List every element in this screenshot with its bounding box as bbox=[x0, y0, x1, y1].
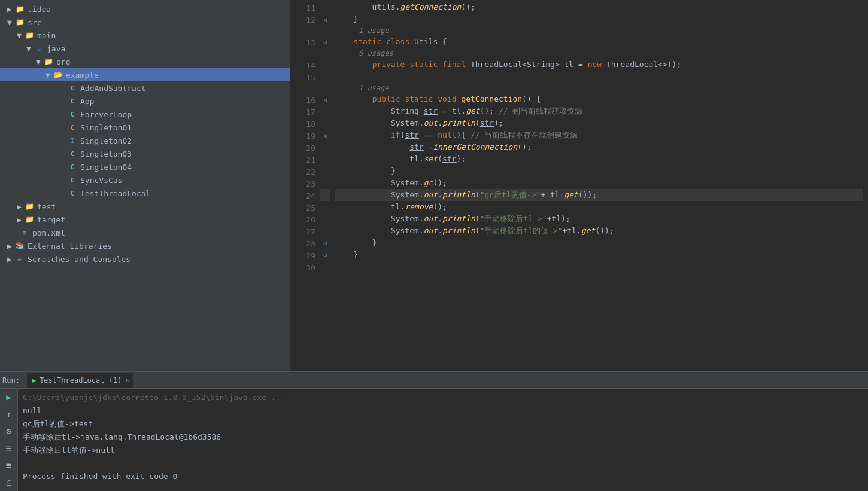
tree-label-target: target bbox=[37, 215, 65, 224]
class-icon-testthreadlocal: C bbox=[67, 188, 78, 199]
tree-item-singleton03[interactable]: C Singleton03 bbox=[0, 147, 290, 160]
tree-label-pom: pom.xml bbox=[32, 228, 65, 237]
tree-label-example: example bbox=[66, 71, 99, 80]
tree-arrow-test[interactable]: ▶ bbox=[14, 202, 24, 211]
tree-item-external[interactable]: ▶ 📚 External Libraries bbox=[0, 239, 290, 252]
code-line-26: System.out.println("手动移除后tl->"+tl); bbox=[335, 213, 863, 225]
tree-item-src[interactable]: ▼ 📁 src bbox=[0, 16, 290, 29]
console-line-null: null bbox=[23, 404, 863, 417]
tree-arrow-idea[interactable]: ▶ bbox=[5, 5, 14, 14]
tree-item-foreverloop[interactable]: C ForeverLoop bbox=[0, 108, 290, 121]
code-scroll[interactable]: 11 12 13 14 15 16 17 18 19 20 21 22 23 bbox=[290, 0, 868, 371]
tree-item-singleton04[interactable]: C Singleton04 bbox=[0, 160, 290, 173]
class-icon-singleton02: I bbox=[67, 135, 78, 146]
tree-arrow-src[interactable]: ▼ bbox=[5, 18, 14, 27]
tree-arrow-external[interactable]: ▶ bbox=[5, 242, 14, 251]
tree-item-example[interactable]: ▼ 📂 example bbox=[0, 68, 290, 81]
code-line-18: System.out.println(str); bbox=[335, 117, 863, 129]
code-line-14: private static final ThreadLocal<String>… bbox=[335, 59, 863, 71]
folder-icon: 📁 bbox=[14, 4, 25, 14]
tree-label-addandsubtract: AddAndSubtract bbox=[80, 84, 146, 93]
panel-toolbar: ▶ ↑ ⚙ ≡ ≡ 🖨 bbox=[0, 389, 18, 491]
console-output: C:\Users\yuanje\jdks\corretto-1.8.0_352\… bbox=[18, 389, 868, 491]
tree-item-addandsubtract[interactable]: C AddAndSubtract bbox=[0, 81, 290, 94]
panel-tabs: Run: ▶ TestThreadLocal (1) × bbox=[0, 372, 868, 389]
tree-item-scratches[interactable]: ▶ ✏ Scratches and Consoles bbox=[0, 252, 290, 266]
code-line-30 bbox=[335, 261, 863, 273]
console-line-remove: 手动移除后tl->java.lang.ThreadLocal@1b6d3586 bbox=[23, 431, 863, 444]
console-line-null2: 手动移除后tl的值->null bbox=[23, 444, 863, 457]
line-numbers: 11 12 13 14 15 16 17 18 19 20 21 22 23 bbox=[290, 0, 320, 371]
code-line-28: } bbox=[335, 237, 863, 249]
tree-item-singleton02[interactable]: I Singleton02 bbox=[0, 134, 290, 147]
tree-label-singleton04: Singleton04 bbox=[80, 163, 132, 172]
tree-label-scratches: Scratches and Consoles bbox=[28, 255, 130, 264]
tree-label-main: main bbox=[37, 31, 56, 40]
code-line-17: String str = tl.get(); // 到当前线程获取资源 bbox=[335, 105, 863, 117]
tree-label-src: src bbox=[28, 18, 41, 27]
run-button[interactable]: ▶ bbox=[2, 391, 16, 404]
tree-item-main[interactable]: ▼ 📁 main bbox=[0, 29, 290, 42]
scroll-down-button[interactable]: ≡ bbox=[2, 443, 16, 455]
stop-button[interactable]: ↑ bbox=[2, 408, 16, 421]
folder-icon: 📁 bbox=[24, 30, 35, 41]
settings-button[interactable]: ⚙ bbox=[2, 425, 16, 438]
tree-item-syncvscas[interactable]: C SyncVsCas bbox=[0, 173, 290, 187]
tree-item-test[interactable]: ▶ 📁 test bbox=[0, 200, 290, 213]
print-button[interactable]: 🖨 bbox=[2, 477, 16, 489]
tree-item-testthreadlocal[interactable]: C TestThreadLocal bbox=[0, 187, 290, 200]
tree-label-test: test bbox=[37, 202, 56, 211]
class-icon-singleton04: C bbox=[67, 161, 78, 172]
tree-label-singleton02: Singleton02 bbox=[80, 136, 132, 145]
class-icon-app: C bbox=[67, 96, 78, 106]
folder-icon: 📁 bbox=[24, 201, 35, 212]
code-line-22: } bbox=[335, 165, 863, 177]
editor-area: 11 12 13 14 15 16 17 18 19 20 21 22 23 bbox=[290, 0, 868, 371]
console-line-gc: gc后tl的值->test bbox=[23, 417, 863, 431]
tree-arrow-org[interactable]: ▼ bbox=[34, 57, 43, 66]
tree-label-idea: .idea bbox=[28, 5, 51, 14]
console-line-exit: Process finished with exit code 0 bbox=[23, 470, 863, 483]
scroll-up-button[interactable]: ≡ bbox=[2, 459, 16, 472]
tree-item-pom[interactable]: m pom.xml bbox=[0, 226, 290, 239]
tree-label-singleton01: Singleton01 bbox=[80, 123, 132, 132]
tree-item-app[interactable]: C App bbox=[0, 94, 290, 108]
code-content[interactable]: utils.getConnection(); } 1 usage static … bbox=[330, 0, 868, 371]
tree-item-target[interactable]: ▶ 📁 target bbox=[0, 213, 290, 226]
code-line-16: public static void getConnection() { bbox=[335, 93, 863, 105]
tree-arrow-java[interactable]: ▼ bbox=[24, 44, 34, 53]
class-icon-singleton01: C bbox=[67, 122, 78, 133]
code-line-13: static class Utils { bbox=[335, 36, 863, 48]
code-line-19: if(str == null){ // 当前线程不存在就创建资源 bbox=[335, 129, 863, 141]
tree-arrow-scratches[interactable]: ▶ bbox=[5, 255, 14, 264]
run-tab-close[interactable]: × bbox=[125, 377, 129, 383]
pom-icon: m bbox=[19, 227, 30, 238]
console-line-empty bbox=[23, 457, 863, 470]
tree-label-testthreadlocal: TestThreadLocal bbox=[80, 189, 150, 198]
code-line-20: str =innerGetConnection(); bbox=[335, 141, 863, 153]
run-label: Run: bbox=[2, 376, 20, 385]
tree-item-idea[interactable]: ▶ 📁 .idea bbox=[0, 2, 290, 16]
scratches-icon: ✏ bbox=[14, 254, 25, 264]
file-tree[interactable]: ▶ 📁 .idea ▼ 📁 src ▼ 📁 main ▼ bbox=[0, 0, 290, 371]
bottom-panel: Run: ▶ TestThreadLocal (1) × ▶ ↑ ⚙ ≡ ≡ 🖨… bbox=[0, 371, 868, 491]
code-line-23: System.gc(); bbox=[335, 177, 863, 189]
folder-icon: 📁 bbox=[14, 17, 25, 28]
tree-label-singleton03: Singleton03 bbox=[80, 150, 132, 158]
folder-icon: 📁 bbox=[43, 56, 54, 67]
folder-icon: 📂 bbox=[53, 69, 63, 80]
editor-gutter: ◁ ◁ ◁ ◁ bbox=[320, 0, 330, 371]
tree-arrow-target[interactable]: ▶ bbox=[14, 215, 24, 224]
run-tab[interactable]: ▶ TestThreadLocal (1) × bbox=[27, 373, 134, 388]
tree-item-java[interactable]: ▼ ☕ java bbox=[0, 42, 290, 55]
sidebar: ▶ 📁 .idea ▼ 📁 src ▼ 📁 main ▼ bbox=[0, 0, 290, 371]
tree-arrow-example[interactable]: ▼ bbox=[43, 71, 53, 80]
tree-item-singleton01[interactable]: C Singleton01 bbox=[0, 121, 290, 134]
code-line-25: tl.remove(); bbox=[335, 201, 863, 213]
code-line-12: } bbox=[335, 13, 863, 25]
class-icon-singleton03: C bbox=[67, 148, 78, 159]
tree-arrow-main[interactable]: ▼ bbox=[14, 31, 24, 40]
code-line-29: } bbox=[335, 249, 863, 261]
code-line-21: tl.set(str); bbox=[335, 153, 863, 165]
tree-item-org[interactable]: ▼ 📁 org bbox=[0, 55, 290, 68]
